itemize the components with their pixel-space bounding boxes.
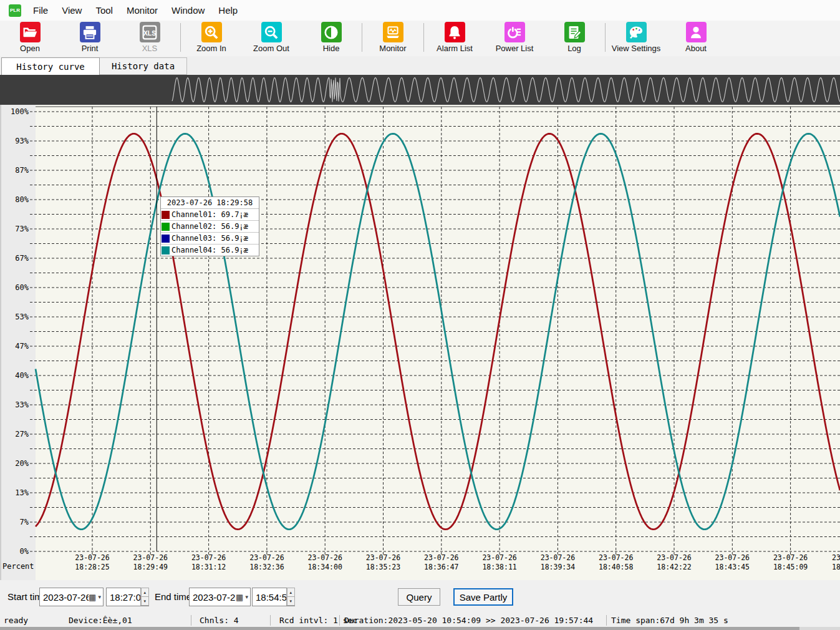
- spinner-down-icon[interactable]: ▼: [141, 596, 149, 606]
- x-axis-label-time: 18:42:22: [657, 563, 691, 571]
- toolbar-button-label: Hide: [323, 44, 340, 53]
- status-ready: ready: [4, 616, 28, 625]
- monitor-icon: [383, 22, 403, 42]
- spinner-up-icon[interactable]: ▲: [287, 588, 295, 597]
- x-axis-label-date: 23-07-26: [482, 553, 516, 562]
- toolbar-button-label: View Settings: [612, 44, 661, 53]
- x-axis-label-time: 18:43:45: [715, 563, 750, 571]
- statusbar-separator: [191, 615, 191, 626]
- folder-open-icon: [20, 22, 41, 42]
- toolbar-separator: [180, 23, 181, 52]
- person-icon: [686, 22, 707, 42]
- y-axis-label: 13%: [15, 488, 29, 497]
- statusbar-separator: [339, 615, 340, 626]
- y-axis-label: 93%: [15, 137, 29, 145]
- y-axis-label: 87%: [15, 166, 29, 175]
- chevron-down-icon[interactable]: ▼: [96, 588, 103, 606]
- menu-item-view[interactable]: View: [55, 0, 89, 21]
- toolbar-button-print[interactable]: Print: [60, 21, 120, 56]
- x-axis-label-time: 18:40:58: [599, 563, 633, 571]
- tooltip-channel-value: Channel04: 56.9¡æ: [171, 246, 248, 254]
- toolbar-button-label: Power List: [496, 44, 534, 53]
- spinner-up-icon[interactable]: ▲: [141, 588, 149, 597]
- toolbar-button-label: Zoom Out: [253, 44, 289, 53]
- toolbar-button-alarm-list[interactable]: Alarm List: [425, 21, 485, 56]
- status-time-span: Time span:67d 9h 3m 35 s: [611, 616, 728, 625]
- x-axis-label-date: 23-07-26: [715, 553, 750, 562]
- toolbar-button-label: Log: [567, 44, 581, 53]
- start-time-spinner: ▲ ▼: [140, 588, 148, 606]
- x-axis-label-time: 18:35:23: [366, 563, 400, 571]
- calendar-icon[interactable]: ▦: [89, 588, 96, 606]
- toolbar-separator: [362, 23, 362, 52]
- toolbar-button-monitor[interactable]: Monitor: [363, 21, 423, 56]
- chart-tooltip: 2023-07-26 18:29:58 Channel01: 69.7¡æCha…: [160, 196, 259, 256]
- channel-color-swatch: [162, 246, 170, 254]
- minimap[interactable]: [0, 75, 840, 105]
- toolbar-button-hide[interactable]: Hide: [301, 21, 361, 56]
- toolbar-button-power-list[interactable]: Power List: [485, 21, 544, 56]
- save-partly-button[interactable]: Save Partly: [453, 588, 513, 606]
- y-axis-label: 7%: [20, 518, 29, 526]
- toolbar-button-view-settings[interactable]: View Settings: [606, 21, 666, 56]
- x-axis-label-time: 18:28:25: [75, 563, 109, 571]
- x-axis-label-time: 18:32:36: [249, 563, 284, 571]
- tooltip-channel-value: Channel01: 69.7¡æ: [171, 210, 248, 219]
- menu-item-monitor[interactable]: Monitor: [120, 0, 165, 21]
- y-axis-label: 67%: [15, 254, 29, 263]
- toolbar-button-label: Alarm List: [437, 44, 473, 53]
- tab-history-data[interactable]: History data: [100, 57, 187, 75]
- y-axis-label: 0%: [20, 547, 29, 556]
- x-axis-label-time: 18: [832, 563, 840, 571]
- toolbar-button-label: Monitor: [379, 44, 406, 53]
- start-time-input[interactable]: [107, 588, 140, 606]
- tab-bar: History curveHistory data: [0, 56, 840, 75]
- menu-item-window[interactable]: Window: [165, 0, 211, 21]
- menu-item-help[interactable]: Help: [211, 0, 244, 21]
- x-axis-label-date: 23-07-26: [424, 553, 458, 562]
- toolbar-button-xls[interactable]: XLSXLS: [120, 21, 180, 56]
- chart-plot-area[interactable]: [0, 105, 840, 580]
- start-date-field: ▦ ▼: [39, 588, 104, 606]
- menu-item-file[interactable]: File: [26, 0, 55, 21]
- end-time-spinner: ▲ ▼: [286, 588, 294, 606]
- tab-history-curve[interactable]: History curve: [1, 57, 100, 75]
- y-axis-label: 40%: [15, 371, 29, 380]
- tooltip-row: Channel02: 56.9¡æ: [161, 221, 259, 233]
- calendar-icon[interactable]: ▦: [236, 588, 243, 606]
- alarm-icon: [445, 22, 465, 42]
- toolbar-button-log[interactable]: Log: [544, 21, 604, 56]
- toolbar-button-zoom-out[interactable]: Zoom Out: [241, 21, 301, 56]
- y-axis-label: 33%: [15, 400, 29, 409]
- svg-text:XLS: XLS: [143, 29, 156, 36]
- statusbar-separator: [270, 615, 271, 626]
- spinner-down-icon[interactable]: ▼: [287, 596, 295, 606]
- toolbar-button-about[interactable]: About: [666, 21, 726, 56]
- end-time-label: End time: [155, 580, 191, 614]
- start-date-input[interactable]: [40, 588, 89, 606]
- menu-item-tool[interactable]: Tool: [89, 0, 120, 21]
- toolbar-button-zoom-in[interactable]: Zoom In: [181, 21, 241, 56]
- x-axis-label-date: 23-07-26: [773, 553, 808, 562]
- toolbar-button-open[interactable]: Open: [0, 21, 60, 56]
- end-date-input[interactable]: [190, 588, 236, 606]
- x-axis-label-date: 23-07-26: [308, 553, 342, 562]
- x-axis-label-date: 23-07-26: [366, 553, 400, 562]
- status-duration: Duration:2023-05-20 10:54:09 >> 2023-07-…: [344, 616, 593, 625]
- query-button[interactable]: Query: [398, 588, 440, 606]
- zoom-out-icon: [261, 22, 282, 42]
- end-time-input[interactable]: [253, 588, 286, 606]
- toolbar-separator: [605, 23, 606, 52]
- statusbar-grip: [0, 627, 799, 630]
- hide-icon: [321, 22, 342, 42]
- x-axis-label-date: 23-07-26: [133, 553, 168, 562]
- menu-items: FileViewToolMonitorWindowHelp: [26, 0, 244, 21]
- chevron-down-icon[interactable]: ▼: [243, 588, 250, 606]
- minimap-waveform[interactable]: [0, 75, 840, 105]
- power-list-icon: [504, 22, 525, 42]
- palette-icon: [626, 22, 647, 42]
- toolbar-button-label: Print: [82, 44, 99, 53]
- log-icon: [564, 22, 585, 42]
- y-axis-label: 73%: [15, 225, 29, 233]
- chart-region: 100%93%87%80%73%67%60%53%47%40%33%27%20%…: [0, 105, 840, 580]
